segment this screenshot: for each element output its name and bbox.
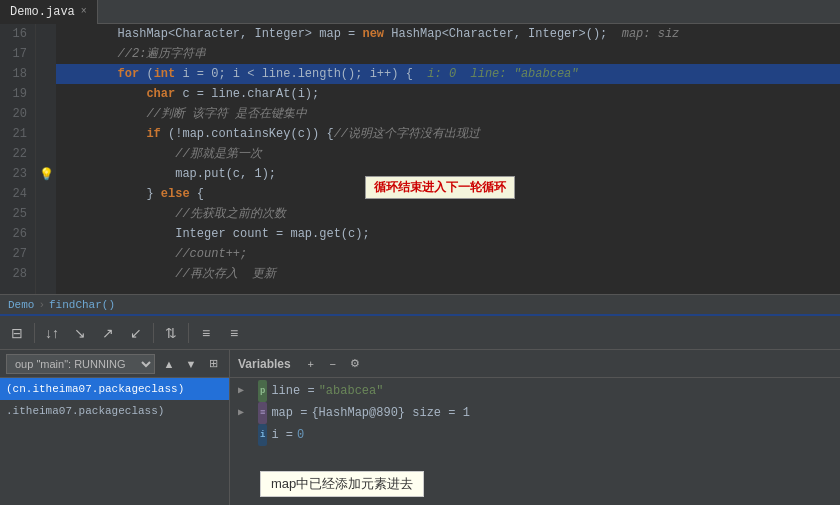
annotation-map-tooltip: map中已经添加元素进去 bbox=[260, 471, 424, 497]
var-name: i = bbox=[271, 424, 293, 446]
line-number: 28 bbox=[8, 264, 27, 284]
debug-frames-btn[interactable]: ≡ bbox=[193, 320, 219, 346]
expand-icon[interactable]: ▶ bbox=[238, 402, 250, 424]
code-line: //先获取之前的次数 bbox=[56, 204, 840, 224]
right-panel: Variables + − ⚙ ▶pline = "ababcea"▶≡map … bbox=[230, 350, 840, 505]
line-number: 25 bbox=[8, 204, 27, 224]
code-line: char c = line.charAt(i); bbox=[56, 84, 840, 104]
code-editor: 16171819202122232425262728 💡 HashMap<Cha… bbox=[0, 24, 840, 294]
variable-item[interactable]: ▶pline = "ababcea" bbox=[230, 380, 840, 402]
tab-close-icon[interactable]: × bbox=[81, 6, 87, 17]
tab-label: Demo.java bbox=[10, 5, 75, 19]
thread-down-btn[interactable]: ▼ bbox=[181, 354, 201, 374]
code-lines: HashMap<Character, Integer> map = new Ha… bbox=[56, 24, 840, 294]
variables-title: Variables bbox=[238, 357, 291, 371]
variable-item[interactable]: ▶≡map = {HashMap@890} size = 1 bbox=[230, 402, 840, 424]
gutter: 💡 bbox=[36, 24, 56, 294]
debug-toolbar: ⊟ ↓↑ ↘ ↗ ↙ ⇅ ≡ ≡ bbox=[0, 316, 840, 350]
debug-stop-btn[interactable]: ⊟ bbox=[4, 320, 30, 346]
code-line: //再次存入 更新 bbox=[56, 264, 840, 284]
breadcrumb-method[interactable]: findChar() bbox=[49, 299, 115, 311]
var-add-btn[interactable]: + bbox=[301, 354, 321, 374]
debug-step-out-btn[interactable]: ↗ bbox=[95, 320, 121, 346]
breadcrumb-sep: › bbox=[38, 299, 45, 311]
var-value: 0 bbox=[297, 424, 304, 446]
line-number: 26 bbox=[8, 224, 27, 244]
variable-item[interactable]: ii = 0 bbox=[230, 424, 840, 446]
line-number: 22 bbox=[8, 144, 27, 164]
var-name: map = bbox=[271, 402, 307, 424]
debug-run-cursor-btn[interactable]: ↙ bbox=[123, 320, 149, 346]
expand-icon[interactable]: ▶ bbox=[238, 380, 250, 402]
frame-list: (cn.itheima07.packageclass).itheima07.pa… bbox=[0, 378, 229, 505]
code-line: if (!map.containsKey(c)) {//说明这个字符没有出现过 bbox=[56, 124, 840, 144]
thread-dropdown[interactable]: oup "main": RUNNING bbox=[6, 354, 155, 374]
variables-list: ▶pline = "ababcea"▶≡map = {HashMap@890} … bbox=[230, 378, 840, 505]
tab-demo-java[interactable]: Demo.java × bbox=[0, 0, 98, 24]
line-number: 19 bbox=[8, 84, 27, 104]
line-number: 27 bbox=[8, 244, 27, 264]
line-number: 16 bbox=[8, 24, 27, 44]
var-remove-btn[interactable]: − bbox=[323, 354, 343, 374]
debug-step-into-btn[interactable]: ↘ bbox=[67, 320, 93, 346]
thread-selector: oup "main": RUNNING ▲ ▼ ⊞ bbox=[0, 350, 229, 378]
code-line: //2:遍历字符串 bbox=[56, 44, 840, 64]
var-value: "ababcea" bbox=[319, 380, 384, 402]
type-icon: p bbox=[258, 380, 267, 402]
bottom-panel: oup "main": RUNNING ▲ ▼ ⊞ (cn.itheima07.… bbox=[0, 350, 840, 505]
line-number: 17 bbox=[8, 44, 27, 64]
line-number: 20 bbox=[8, 104, 27, 124]
var-name: line = bbox=[271, 380, 314, 402]
line-numbers: 16171819202122232425262728 bbox=[0, 24, 36, 294]
code-line: //那就是第一次 bbox=[56, 144, 840, 164]
line-number: 18 bbox=[8, 64, 27, 84]
thread-action-btn[interactable]: ⊞ bbox=[203, 354, 223, 374]
line-number: 24 bbox=[8, 184, 27, 204]
code-line: Integer count = map.get(c); bbox=[56, 224, 840, 244]
var-settings-btn[interactable]: ⚙ bbox=[345, 354, 365, 374]
debug-eval-btn[interactable]: ⇅ bbox=[158, 320, 184, 346]
left-panel: oup "main": RUNNING ▲ ▼ ⊞ (cn.itheima07.… bbox=[0, 350, 230, 505]
debug-vars-btn[interactable]: ≡ bbox=[221, 320, 247, 346]
line-number: 21 bbox=[8, 124, 27, 144]
code-line: //判断 该字符 是否在键集中 bbox=[56, 104, 840, 124]
debug-step-over-btn[interactable]: ↓↑ bbox=[39, 320, 65, 346]
frame-item[interactable]: (cn.itheima07.packageclass) bbox=[0, 378, 229, 400]
line-number: 23 bbox=[8, 164, 27, 184]
breadcrumb-demo[interactable]: Demo bbox=[8, 299, 34, 311]
type-icon: ≡ bbox=[258, 402, 267, 424]
frame-item[interactable]: .itheima07.packageclass) bbox=[0, 400, 229, 422]
tab-bar: Demo.java × bbox=[0, 0, 840, 24]
type-icon: i bbox=[258, 424, 267, 446]
code-line: for (int i = 0; i < line.length(); i++) … bbox=[56, 64, 840, 84]
code-line: HashMap<Character, Integer> map = new Ha… bbox=[56, 24, 840, 44]
breadcrumb: Demo › findChar() bbox=[0, 294, 840, 316]
var-value: {HashMap@890} size = 1 bbox=[311, 402, 469, 424]
thread-up-btn[interactable]: ▲ bbox=[159, 354, 179, 374]
code-line: //count++; bbox=[56, 244, 840, 264]
variables-header: Variables + − ⚙ bbox=[230, 350, 840, 378]
annotation-loop: 循环结束进入下一轮循环 bbox=[365, 176, 515, 199]
